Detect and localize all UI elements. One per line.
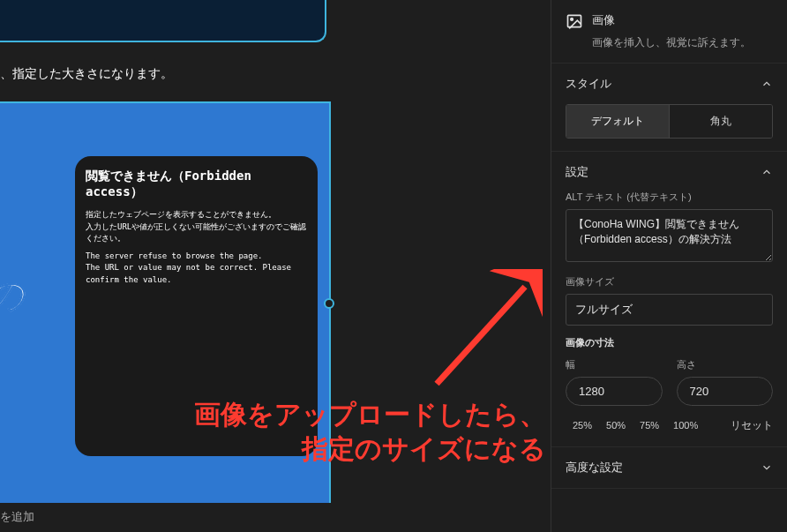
- card-line: 入力したURLや値が正しくない可能性がございますのでご確認ください。: [86, 221, 307, 245]
- chevron-up-icon: [761, 78, 773, 90]
- style-default-button[interactable]: デフォルト: [566, 105, 669, 138]
- card-line: The server refuse to browse the page.: [86, 251, 307, 263]
- block-type-description: 画像を挿入し、視覚に訴えます。: [592, 35, 773, 50]
- advanced-title: 高度な設定: [566, 460, 623, 476]
- pct-75-button[interactable]: 75%: [633, 416, 666, 434]
- style-title: スタイル: [566, 76, 611, 92]
- image-size-select[interactable]: フルサイズ: [566, 294, 773, 326]
- width-label: 幅: [566, 358, 663, 371]
- image-size-label: 画像サイズ: [566, 275, 773, 288]
- annotation-line: 指定のサイズになる: [194, 431, 546, 466]
- svg-point-2: [571, 19, 573, 21]
- pct-25-button[interactable]: 25%: [566, 416, 599, 434]
- advanced-panel-toggle[interactable]: 高度な設定: [566, 460, 773, 476]
- pct-100-button[interactable]: 100%: [666, 416, 705, 434]
- block-type-label: 画像: [592, 12, 615, 28]
- image-icon: [566, 12, 583, 30]
- prev-block-edge: [0, 0, 326, 42]
- chevron-up-icon: [761, 166, 773, 178]
- style-panel-toggle[interactable]: スタイル: [566, 76, 773, 92]
- pct-50-button[interactable]: 50%: [599, 416, 633, 434]
- advanced-section: 高度な設定: [551, 447, 787, 489]
- style-rounded-button[interactable]: 角丸: [669, 105, 772, 138]
- resize-handle-right[interactable]: [324, 298, 334, 309]
- card-line: The URL or value may not be correct. Ple…: [86, 262, 307, 286]
- dimensions-label: 画像の寸法: [566, 336, 773, 349]
- card-title: 閲覧できません（Forbidden access）: [86, 169, 307, 200]
- overlay-text-partial: )の: [0, 271, 24, 320]
- block-settings-sidebar: 画像 画像を挿入し、視覚に訴えます。 スタイル デフォルト 角丸 設定 ALT …: [551, 0, 787, 532]
- height-label: 高さ: [677, 358, 774, 371]
- chevron-down-icon: [761, 461, 773, 474]
- card-body: 指定したウェブページを表示することができません。 入力したURLや値が正しくない…: [86, 209, 307, 286]
- alt-text-label: ALT テキスト (代替テキスト): [566, 191, 773, 204]
- width-input[interactable]: [566, 377, 663, 406]
- block-type-section: 画像 画像を挿入し、視覚に訴えます。: [551, 0, 787, 64]
- add-block-hint[interactable]: を追加: [0, 509, 34, 525]
- alt-text-input[interactable]: [566, 209, 773, 262]
- paragraph-text[interactable]: 、指定した大きさになります。: [0, 66, 173, 82]
- image-size-value: フルサイズ: [575, 303, 633, 316]
- settings-panel-toggle[interactable]: 設定: [566, 164, 773, 180]
- annotation-text: 画像をアップロードしたら、 指定のサイズになる: [194, 397, 546, 466]
- settings-title: 設定: [566, 164, 588, 180]
- annotation-line: 画像をアップロードしたら、: [194, 397, 546, 431]
- settings-section: 設定 ALT テキスト (代替テキスト) 画像サイズ フルサイズ 画像の寸法 幅…: [551, 152, 787, 447]
- reset-button[interactable]: リセット: [731, 418, 773, 433]
- height-input[interactable]: [677, 377, 774, 406]
- style-section: スタイル デフォルト 角丸: [551, 64, 787, 152]
- card-line: 指定したウェブページを表示することができません。: [86, 209, 307, 221]
